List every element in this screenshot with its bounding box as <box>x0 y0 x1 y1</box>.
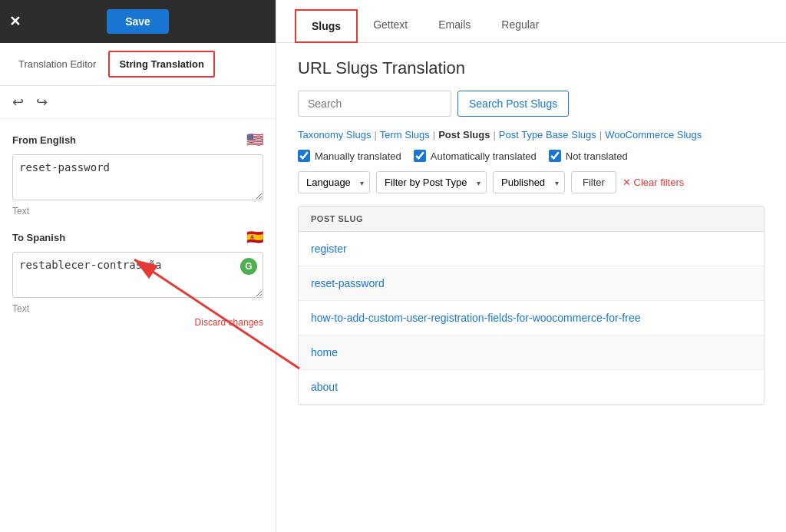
post-slugs-table: POST SLUG register reset-password how-to… <box>298 206 765 405</box>
slug-link[interactable]: home <box>311 346 338 359</box>
table-row[interactable]: home <box>299 335 764 370</box>
page-title: URL Slugs Translation <box>298 58 765 78</box>
from-english-input[interactable]: reset-password <box>12 154 263 200</box>
tab-string-translation[interactable]: String Translation <box>108 51 215 78</box>
close-button[interactable]: ✕ <box>9 13 21 30</box>
taxonomy-slugs-link[interactable]: Taxonomy Slugs <box>298 129 371 140</box>
filter-button[interactable]: Filter <box>571 171 616 193</box>
post-slugs-link[interactable]: Post Slugs <box>438 129 490 140</box>
clear-filters-button[interactable]: ✕ Clear filters <box>623 177 684 188</box>
term-slugs-link[interactable]: Term Slugs <box>380 129 430 140</box>
left-panel: ✕ Save Translation Editor String Transla… <box>0 0 276 532</box>
manually-translated-checkbox[interactable]: Manually translated <box>298 150 401 162</box>
tab-slugs[interactable]: Slugs <box>295 9 358 43</box>
save-button[interactable]: Save <box>107 9 169 34</box>
english-flag: 🇺🇸 <box>246 131 263 148</box>
slug-link[interactable]: about <box>311 381 338 393</box>
editor-tabs: Translation Editor String Translation <box>0 43 276 86</box>
translation-section: From English 🇺🇸 reset-password Text To S… <box>0 119 276 532</box>
checkbox-row: Manually translated Automatically transl… <box>298 150 765 162</box>
to-spanish-input[interactable]: restablecer-contraseña <box>12 252 263 298</box>
table-header: POST SLUG <box>299 207 764 232</box>
post-type-filter[interactable]: Filter by Post Type <box>376 171 487 193</box>
filter-row: Language Filter by Post Type Published F… <box>298 171 765 193</box>
discard-changes-link[interactable]: Discard changes <box>195 317 263 328</box>
to-spanish-type: Text <box>12 303 263 314</box>
search-input[interactable] <box>298 91 451 117</box>
table-row[interactable]: about <box>299 370 764 405</box>
from-english-label: From English 🇺🇸 <box>12 131 263 148</box>
right-panel: Slugs Gettext Emails Regular URL Slugs T… <box>276 0 786 532</box>
to-spanish-section: To Spanish 🇪🇸 restablecer-contraseña G T… <box>12 229 263 314</box>
nav-arrows: ↩ ↪ <box>0 86 276 119</box>
table-row[interactable]: how-to-add-custom-user-registration-fiel… <box>299 301 764 335</box>
tab-regular[interactable]: Regular <box>486 6 554 42</box>
slug-link[interactable]: reset-password <box>311 277 385 289</box>
google-translate-icon[interactable]: G <box>240 258 257 275</box>
right-content: URL Slugs Translation Search Post Slugs … <box>276 43 786 532</box>
nav-forward-button[interactable]: ↪ <box>36 94 48 111</box>
filter-links: Taxonomy Slugs | Term Slugs | Post Slugs… <box>298 129 765 140</box>
tab-translation-editor[interactable]: Translation Editor <box>9 52 105 76</box>
table-row[interactable]: reset-password <box>299 266 764 301</box>
status-filter-wrapper: Published <box>493 171 565 193</box>
automatically-translated-checkbox[interactable]: Automatically translated <box>414 150 537 162</box>
search-row: Search Post Slugs <box>298 91 765 117</box>
post-type-base-slugs-link[interactable]: Post Type Base Slugs <box>499 129 596 140</box>
post-type-filter-wrapper: Filter by Post Type <box>376 171 487 193</box>
search-post-slugs-button[interactable]: Search Post Slugs <box>457 91 569 117</box>
not-translated-checkbox[interactable]: Not translated <box>549 150 628 162</box>
language-filter-wrapper: Language <box>298 171 370 193</box>
from-english-type: Text <box>12 206 263 216</box>
status-filter[interactable]: Published <box>493 171 565 193</box>
tab-gettext[interactable]: Gettext <box>358 6 423 42</box>
slug-link[interactable]: register <box>311 243 347 255</box>
tab-emails[interactable]: Emails <box>423 6 486 42</box>
spanish-input-wrapper: restablecer-contraseña G <box>12 252 263 300</box>
slug-link[interactable]: how-to-add-custom-user-registration-fiel… <box>311 312 640 324</box>
nav-back-button[interactable]: ↩ <box>12 94 24 111</box>
top-bar: ✕ Save <box>0 0 276 43</box>
woocommerce-slugs-link[interactable]: WooCommerce Slugs <box>605 129 702 140</box>
right-top-bar: Slugs Gettext Emails Regular <box>276 0 786 43</box>
spanish-flag: 🇪🇸 <box>246 229 263 246</box>
language-filter[interactable]: Language <box>298 171 370 193</box>
to-spanish-label: To Spanish 🇪🇸 <box>12 229 263 246</box>
table-row[interactable]: register <box>299 232 764 266</box>
